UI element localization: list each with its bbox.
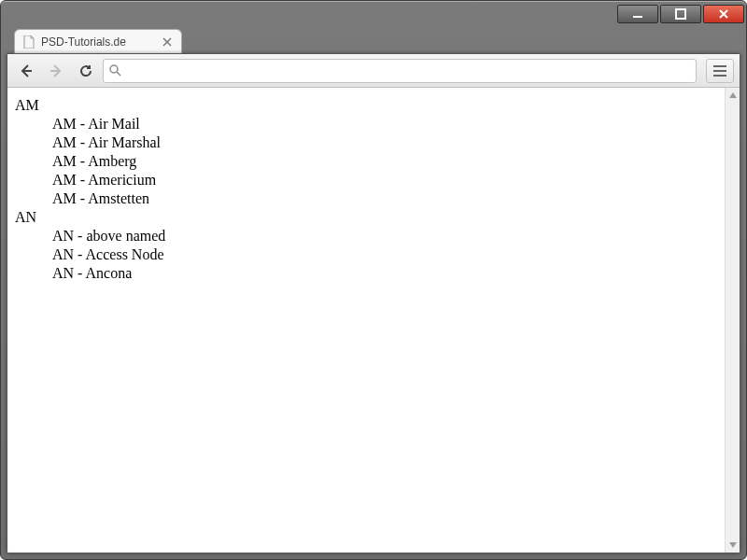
scroll-up-button[interactable] — [726, 88, 740, 103]
svg-rect-0 — [633, 16, 642, 18]
hamburger-icon — [713, 65, 726, 77]
search-icon — [109, 64, 121, 77]
chevron-down-icon — [729, 542, 737, 548]
address-input[interactable] — [125, 61, 690, 81]
term-definition: AM - Amstetten — [52, 190, 717, 207]
tab-title: PSD-Tutorials.de — [41, 35, 161, 49]
term-definition: AM - Americium — [52, 172, 717, 189]
close-icon — [718, 8, 729, 20]
svg-rect-5 — [713, 75, 726, 77]
term-definition: AM - Air Marshal — [52, 134, 717, 151]
maximize-icon — [675, 8, 686, 20]
term-definition: AM - Amberg — [52, 153, 717, 170]
forward-button[interactable] — [43, 59, 69, 83]
browser-tab[interactable]: PSD-Tutorials.de — [14, 29, 182, 53]
term-definition: AN - above named — [52, 228, 717, 245]
reload-icon — [78, 63, 93, 78]
scroll-down-button[interactable] — [726, 538, 740, 553]
tab-strip: PSD-Tutorials.de — [1, 27, 746, 53]
browser-window: PSD-Tutorials.de — [0, 0, 747, 560]
browser-body: AMAM - Air MailAM - Air MarshalAM - Ambe… — [7, 53, 740, 553]
browser-menu-button[interactable] — [706, 59, 734, 83]
back-button[interactable] — [13, 59, 39, 83]
vertical-scrollbar[interactable] — [725, 88, 740, 553]
scroll-track[interactable] — [726, 103, 740, 538]
definition-list: AMAM - Air MailAM - Air MarshalAM - Ambe… — [15, 97, 717, 282]
page-viewport: AMAM - Air MailAM - Air MarshalAM - Ambe… — [7, 88, 725, 553]
minimize-icon — [632, 8, 643, 20]
browser-toolbar — [7, 54, 740, 88]
tab-close-button[interactable] — [161, 35, 174, 49]
svg-point-2 — [110, 65, 118, 73]
term-definition: AM - Air Mail — [52, 116, 717, 133]
page-favicon-icon — [22, 35, 35, 49]
svg-rect-1 — [676, 9, 685, 19]
svg-rect-3 — [713, 65, 726, 67]
term-definition: AN - Ancona — [52, 265, 717, 282]
window-titlebar — [1, 1, 746, 27]
arrow-left-icon — [18, 63, 35, 79]
window-minimize-button[interactable] — [617, 5, 658, 23]
term-definition: AN - Access Node — [52, 246, 717, 263]
close-icon — [162, 37, 172, 47]
window-close-button[interactable] — [703, 5, 744, 23]
arrow-right-icon — [48, 63, 64, 79]
window-maximize-button[interactable] — [660, 5, 701, 23]
svg-rect-4 — [713, 70, 726, 72]
chevron-up-icon — [729, 92, 737, 98]
address-bar[interactable] — [103, 59, 697, 83]
reload-button[interactable] — [73, 59, 99, 83]
term-heading: AN — [15, 209, 717, 226]
term-heading: AM — [15, 97, 717, 114]
